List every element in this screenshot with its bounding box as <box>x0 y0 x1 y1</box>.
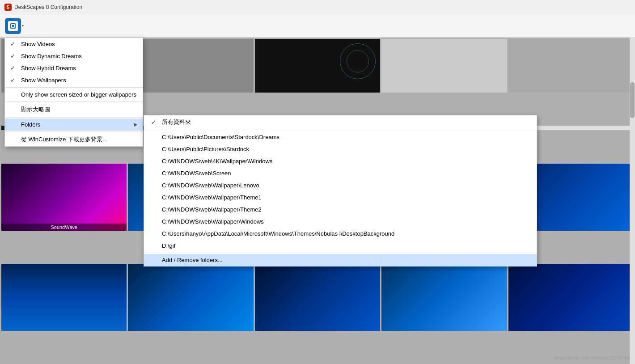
submenu-item-label: C:\Users\Public\Documents\Stardock\Dream… <box>162 134 279 140</box>
window-title: DeskScapes 8 Configuration <box>14 4 82 10</box>
main-content: SoundWave https://blog.csdn.net/han12398… <box>0 38 635 364</box>
submenu-item-label: C:\WINDOWS\web\Wallpaper\Theme2 <box>162 206 262 213</box>
submenu-item-path6[interactable]: ✓ C:\WINDOWS\web\Wallpaper\Theme1 <box>144 191 537 203</box>
chevron-down-icon: ▾ <box>22 24 24 28</box>
submenu-item-path9[interactable]: ✓ C:\Users\hanyo\AppData\Local\Microsoft… <box>144 228 537 240</box>
submenu-item-path4[interactable]: ✓ C:\WINDOWS\web\Screen <box>144 167 537 179</box>
wallpaper-item[interactable] <box>381 264 507 331</box>
toolbar: ▾ <box>0 14 635 38</box>
menu-item-label: Only show screen sized or bigger wallpap… <box>21 91 137 98</box>
menu-separator <box>5 117 143 118</box>
menu-item-label: 顯示大略圖 <box>21 106 137 114</box>
menu-separator <box>5 102 143 102</box>
check-icon: ✓ <box>151 119 158 126</box>
folders-submenu: ✓ 所有資料夾 ✓ C:\Users\Public\Documents\Star… <box>144 115 537 267</box>
submenu-item-label: C:\WINDOWS\web\4K\Wallpaper\Windows <box>162 158 272 165</box>
menu-item-show-hybrid-dreams[interactable]: ✓ Show Hybrid Dreams <box>5 62 143 74</box>
wallpaper-item[interactable] <box>508 264 634 331</box>
soundwave-item[interactable]: SoundWave <box>1 164 127 231</box>
submenu-item-all-folders[interactable]: ✓ 所有資料夾 <box>144 115 537 129</box>
title-bar: 5 DeskScapes 8 Configuration <box>0 0 635 14</box>
submenu-item-label: Add / Remove folders... <box>162 257 223 263</box>
menu-item-thumbnails[interactable]: ✓ 顯示大略圖 <box>5 103 143 116</box>
submenu-item-label: C:\WINDOWS\web\Wallpaper\Windows <box>162 218 264 225</box>
app-icon: 5 <box>4 4 12 11</box>
app-logo <box>5 18 21 34</box>
submenu-item-path8[interactable]: ✓ C:\WINDOWS\web\Wallpaper\Windows <box>144 216 537 228</box>
menu-item-label: Show Videos <box>21 41 137 47</box>
menu-separator <box>5 131 143 132</box>
wallpaper-item[interactable] <box>381 39 507 93</box>
menu-item-show-videos[interactable]: ✓ Show Videos <box>5 38 143 50</box>
menu-item-screen-size[interactable]: ✓ Only show screen sized or bigger wallp… <box>5 89 143 101</box>
check-icon: ✓ <box>10 53 17 59</box>
scrollbar-thumb[interactable] <box>630 82 635 118</box>
submenu-arrow-icon: ▶ <box>134 122 137 127</box>
check-icon: ✓ <box>10 41 17 47</box>
menu-item-label: Show Hybrid Dreams <box>21 65 137 72</box>
wallpaper-item[interactable] <box>128 39 253 93</box>
menu-item-folders[interactable]: ✓ Folders ▶ ✓ 所有資料夾 ✓ C:\Users\Public\Do… <box>5 119 143 131</box>
wallpaper-item[interactable] <box>128 264 253 331</box>
submenu-item-label: C:\Users\hanyo\AppData\Local\Microsoft\W… <box>162 230 394 237</box>
submenu-item-path7[interactable]: ✓ C:\WINDOWS\web\Wallpaper\Theme2 <box>144 203 537 216</box>
submenu-item-path5[interactable]: ✓ C:\WINDOWS\web\Wallpaper\Lenovo <box>144 179 537 191</box>
submenu-item-label: C:\Users\Public\Pictures\Stardock <box>162 146 249 152</box>
watermark-text: https://blog.csdn.net/han12398766 <box>554 355 630 360</box>
wallpaper-item[interactable] <box>508 39 634 93</box>
submenu-item-label: 所有資料夾 <box>162 118 191 126</box>
menu-item-label: Show Dynamic Dreams <box>21 53 137 59</box>
submenu-item-path2[interactable]: ✓ C:\Users\Public\Pictures\Stardock <box>144 143 537 155</box>
wallpaper-item[interactable] <box>255 39 380 93</box>
dropdown-menu: ✓ Show Videos ✓ Show Dynamic Dreams ✓ Sh… <box>4 38 143 147</box>
check-icon: ✓ <box>10 65 17 72</box>
submenu-item-path10[interactable]: ✓ D:\gif <box>144 240 537 252</box>
menu-item-label: Folders <box>21 121 134 128</box>
wallpaper-item[interactable] <box>1 264 127 331</box>
submenu-item-add-remove[interactable]: ✓ Add / Remove folders... <box>144 254 537 266</box>
submenu-item-path3[interactable]: ✓ C:\WINDOWS\web\4K\Wallpaper\Windows <box>144 155 537 167</box>
submenu-item-label: C:\WINDOWS\web\Wallpaper\Theme1 <box>162 194 262 201</box>
menu-item-download[interactable]: ✓ 從 WinCustomize 下載更多背景... <box>5 133 143 146</box>
logo-icon <box>9 22 17 30</box>
submenu-item-label: D:\gif <box>162 242 175 249</box>
submenu-item-label: C:\WINDOWS\web\Screen <box>162 170 231 177</box>
wallpaper-item[interactable] <box>255 264 380 331</box>
menu-item-show-wallpapers[interactable]: ✓ Show Wallpapers <box>5 74 143 86</box>
submenu-item-path1[interactable]: ✓ C:\Users\Public\Documents\Stardock\Dre… <box>144 131 537 143</box>
check-icon: ✓ <box>10 77 17 84</box>
thumb-label: SoundWave <box>1 224 127 231</box>
svg-rect-4 <box>12 25 14 27</box>
submenu-item-label: C:\WINDOWS\web\Wallpaper\Lenovo <box>162 182 259 189</box>
menu-item-label: Show Wallpapers <box>21 77 137 84</box>
menu-item-label: 從 WinCustomize 下載更多背景... <box>21 135 137 144</box>
svg-text:5: 5 <box>7 5 9 10</box>
menu-separator <box>5 87 143 88</box>
submenu-separator <box>144 130 537 130</box>
menu-item-show-dynamic-dreams[interactable]: ✓ Show Dynamic Dreams <box>5 50 143 62</box>
submenu-separator <box>144 253 537 253</box>
app-logo-button[interactable]: ▾ <box>4 16 24 36</box>
app-logo-inner <box>8 21 18 31</box>
scrollbar[interactable] <box>630 38 635 364</box>
